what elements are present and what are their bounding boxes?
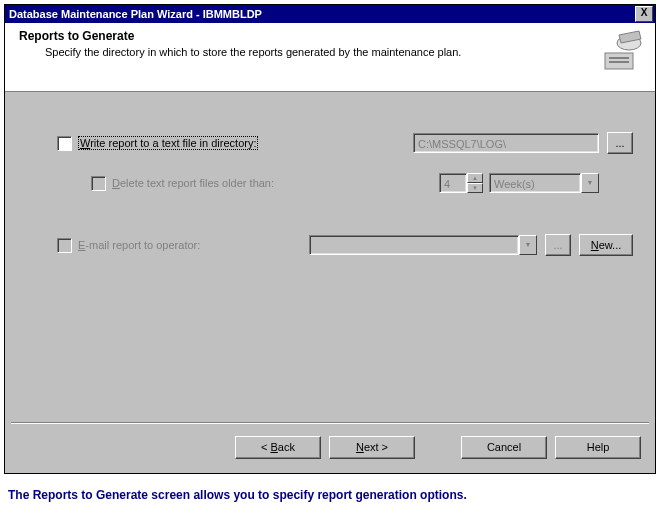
svg-rect-2 bbox=[609, 61, 629, 63]
delete-age-spinner: 4 ▲ ▼ bbox=[439, 173, 483, 193]
report-directory-input[interactable]: C:\MSSQL7\LOG\ bbox=[413, 133, 599, 153]
svg-rect-1 bbox=[609, 57, 629, 59]
operator-browse-button: ... bbox=[545, 234, 571, 256]
spinner-up-icon: ▲ bbox=[467, 173, 483, 183]
delete-age-unit-select: Week(s) ▼ bbox=[489, 173, 599, 193]
write-report-label: Write report to a text file in directory… bbox=[78, 136, 258, 150]
wizard-header: Reports to Generate Specify the director… bbox=[5, 23, 655, 92]
new-operator-button[interactable]: New... bbox=[579, 234, 633, 256]
email-report-checkbox bbox=[57, 238, 72, 253]
help-button[interactable]: Help bbox=[555, 436, 641, 459]
next-button[interactable]: Next > bbox=[329, 436, 415, 459]
cancel-button[interactable]: Cancel bbox=[461, 436, 547, 459]
back-button[interactable]: < Back bbox=[235, 436, 321, 459]
delete-age-unit-value: Week(s) bbox=[489, 173, 581, 193]
email-report-label: E-mail report to operator: bbox=[78, 239, 200, 251]
chevron-down-icon: ▼ bbox=[581, 173, 599, 193]
delete-age-value: 4 bbox=[439, 173, 467, 193]
operator-value bbox=[309, 235, 519, 255]
window-title: Database Maintenance Plan Wizard - IBMMB… bbox=[9, 8, 262, 20]
operator-select: ▼ bbox=[309, 235, 537, 255]
page-caption: The Reports to Generate screen allows yo… bbox=[8, 488, 654, 502]
delete-old-label: Delete text report files older than: bbox=[112, 177, 274, 189]
spinner-down-icon: ▼ bbox=[467, 183, 483, 193]
wizard-content: Write report to a text file in directory… bbox=[5, 92, 655, 422]
server-icon bbox=[599, 29, 645, 75]
wizard-footer: < Back Next > Cancel Help bbox=[5, 424, 655, 473]
write-report-checkbox[interactable] bbox=[57, 136, 72, 151]
wizard-window: Database Maintenance Plan Wizard - IBMMB… bbox=[4, 4, 656, 474]
close-button[interactable]: X bbox=[635, 6, 653, 22]
title-bar: Database Maintenance Plan Wizard - IBMMB… bbox=[5, 5, 655, 23]
delete-old-checkbox bbox=[91, 176, 106, 191]
chevron-down-icon: ▼ bbox=[519, 235, 537, 255]
browse-directory-button[interactable]: ... bbox=[607, 132, 633, 154]
page-subtitle: Specify the directory in which to store … bbox=[45, 46, 647, 58]
page-title: Reports to Generate bbox=[19, 29, 647, 43]
